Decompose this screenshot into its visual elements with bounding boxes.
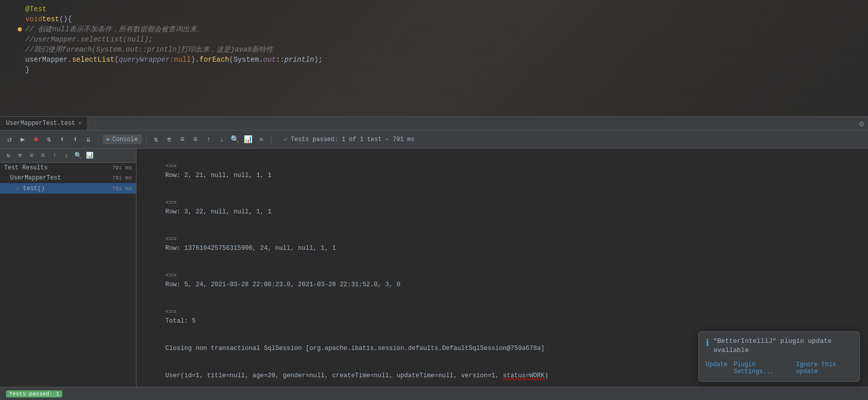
console-line-total: <== Total: 5	[143, 298, 862, 335]
console-tab[interactable]: ▶ Console	[103, 135, 142, 144]
sidebar-up[interactable]: ↑	[50, 151, 60, 161]
tab-spacer	[88, 117, 868, 130]
warning-dot	[18, 27, 22, 31]
console-line-row2: <== Row: 3, 22, null, null, 1, 1	[143, 189, 862, 226]
sort-alpha-button[interactable]: ⇅	[43, 134, 55, 145]
close-brace: }	[25, 65, 29, 75]
comment-1: // 创建null表示不加条件，所有数据都会被查询出来。	[25, 24, 204, 34]
pass-checkmark: ✓	[284, 135, 288, 144]
tab-close-btn[interactable]: ×	[78, 120, 82, 126]
console-line-row1: <== Row: 2, 21, null, null, 1, 1	[143, 153, 862, 189]
stop-button[interactable]: ■	[30, 134, 41, 145]
test-results-row[interactable]: Test Results 791 ms	[0, 163, 136, 173]
align2-button[interactable]: ≡	[190, 134, 201, 145]
update-button[interactable]: Update	[706, 360, 727, 376]
plugin-notification: ℹ "BetterIntelliJ" plugin update availab…	[698, 331, 860, 382]
code-line-5: //我们使用foreach(System.out::println)打印出来，这…	[0, 45, 868, 55]
notification-title: "BetterIntelliJ" plugin update available	[713, 337, 852, 355]
more-button[interactable]: »	[256, 134, 267, 145]
code-line-4: //userMapper.selectList(null);	[0, 34, 868, 45]
usermappertest-row[interactable]: UserMapperTest 791 ms	[0, 173, 136, 183]
sidebar-align2[interactable]: ≡	[38, 151, 48, 161]
rerun-button[interactable]: ↺	[4, 134, 15, 145]
tab-bar: UserMapperTest.test × ⚙	[0, 116, 868, 130]
code-line-6: userMapper . selectList ( queryWrapper: …	[0, 55, 868, 65]
sidebar-search[interactable]: 🔍	[73, 151, 83, 161]
console-label: Console	[112, 136, 138, 143]
tab-usermappertest[interactable]: UserMapperTest.test ×	[0, 117, 88, 130]
bottom-status-bar: Tests passed: 1	[0, 387, 868, 400]
separator-1	[98, 135, 99, 144]
chart-button[interactable]: 📊	[243, 134, 254, 145]
collapse-all-button[interactable]: ⇊	[83, 134, 94, 145]
console-icon: ▶	[107, 136, 110, 143]
ignore-update-button[interactable]: Ignore this update	[796, 360, 852, 376]
pass-status-text: Tests passed: 1 of 1 test – 791 ms	[291, 136, 415, 143]
method-test: test	[42, 14, 60, 24]
test-sidebar: ⇅ ⇈ ≡ ≡ ↑ ↓ 🔍 📊 Test Results 791 ms User…	[0, 149, 136, 387]
comment-2: //userMapper.selectList(null);	[25, 34, 153, 45]
paren-open: (){	[59, 14, 72, 24]
annotation-test: @Test	[25, 4, 47, 14]
sidebar-sort1[interactable]: ⇅	[3, 151, 13, 161]
comment-3: //我们使用foreach(System.out::println)打印出来，这…	[25, 45, 273, 55]
console-line-row4: <== Row: 5, 24, 2021-03-28 22:00:23.0, 2…	[143, 262, 862, 298]
test-method-label: test()	[23, 185, 109, 192]
notification-actions: Update Plugin Settings... Ignore this up…	[706, 360, 852, 376]
separator-2	[146, 135, 147, 144]
sidebar-sort2[interactable]: ⇈	[15, 151, 25, 161]
sidebar-chart[interactable]: 📊	[84, 151, 95, 161]
code-line-1: @Test	[0, 4, 868, 14]
sidebar-toolbar: ⇅ ⇈ ≡ ≡ ↑ ↓ 🔍 📊	[0, 149, 136, 163]
settings-gear-icon[interactable]: ⚙	[859, 119, 864, 129]
test-results-duration: 791 ms	[112, 165, 132, 171]
code-line-3: // 创建null表示不加条件，所有数据都会被查询出来。	[0, 24, 868, 34]
test-results-label: Test Results	[4, 164, 48, 171]
tab-filename: UserMapperTest.test	[6, 120, 75, 127]
notification-header: ℹ "BetterIntelliJ" plugin update availab…	[706, 337, 852, 355]
test-method-row[interactable]: ✓ test() 791 ms	[0, 183, 136, 194]
collapse-button[interactable]: ⬇	[70, 134, 81, 145]
usermappertest-duration: 791 ms	[112, 175, 132, 181]
align-button[interactable]: ≡	[177, 134, 188, 145]
plugin-settings-button[interactable]: Plugin Settings...	[734, 360, 790, 376]
code-line-7: }	[0, 65, 868, 75]
usermappertest-label: UserMapperTest	[10, 174, 61, 182]
pass-status: ✓ Tests passed: 1 of 1 test – 791 ms	[284, 135, 415, 144]
console-line-row3: <== Row: 137610425756315906, 24, null, n…	[143, 226, 862, 262]
scroll-down-button[interactable]: ↓	[216, 134, 227, 145]
sort2-button[interactable]: ⇅	[151, 134, 162, 145]
sidebar-align[interactable]: ≡	[26, 151, 36, 161]
run-button[interactable]: ▶	[17, 134, 28, 145]
scroll-up-button[interactable]: ↑	[203, 134, 214, 145]
sidebar-down[interactable]: ↓	[61, 151, 71, 161]
test-method-duration: 791 ms	[112, 186, 132, 192]
tests-passed-badge: Tests passed: 1	[6, 390, 62, 397]
separator-3	[271, 135, 271, 144]
test-tree: Test Results 791 ms UserMapperTest 791 m…	[0, 163, 136, 387]
user-mapper-ref: userMapper	[25, 55, 68, 65]
info-icon: ℹ	[706, 337, 709, 348]
test-pass-check: ✓	[16, 185, 20, 192]
sort3-button[interactable]: ⇈	[164, 134, 175, 145]
search-button[interactable]: 🔍	[230, 134, 241, 145]
sort-duration-button[interactable]: ⬆	[57, 134, 68, 145]
code-line-2: void test (){	[0, 14, 868, 24]
panel-toolbar: ↺ ▶ ■ ⇅ ⬆ ⬇ ⇊ ▶ Console ⇅ ⇈ ≡ ≡ ↑ ↓ 🔍 📊 …	[0, 130, 868, 149]
keyword-void: void	[25, 14, 42, 24]
code-editor: @Test void test (){ // 创建null表示不加条件，所有数据…	[0, 0, 868, 116]
